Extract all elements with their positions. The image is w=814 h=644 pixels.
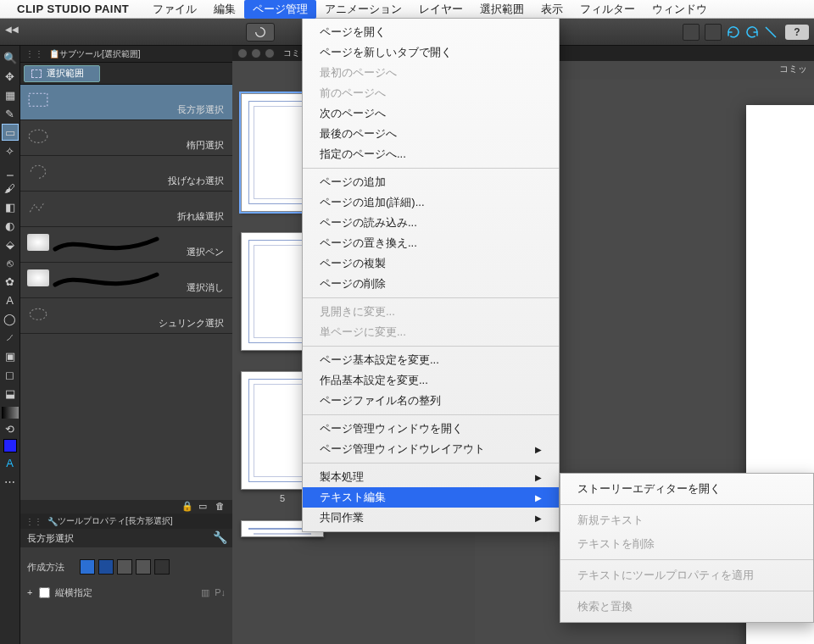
window-min-icon[interactable] [251, 48, 261, 58]
ratio-icon-2[interactable]: P↓ [215, 587, 226, 597]
color1-icon[interactable] [3, 439, 17, 452]
menu-filter[interactable]: フィルター [571, 0, 644, 19]
ruler-tool-icon[interactable]: ⟋ [2, 329, 19, 346]
method-swatch-5[interactable] [154, 559, 170, 575]
tool-column: 🔍 ✥ ▦ ✎ ▭ ✧ ⎯ 🖌 ◧ ◐ ⬙ ⎋ ✿ A ◯ ⟋ ▣ ◻ ⬓ ⟲ … [0, 46, 20, 644]
frame-tool-icon[interactable]: ▣ [2, 347, 19, 364]
subtool-tab-selection[interactable]: 選択範囲 [24, 65, 100, 82]
submenu-item[interactable]: ストーリーエディターを開く [560, 477, 813, 501]
menu-item[interactable]: 最後のページへ [303, 124, 559, 144]
subtool-ellipse-select[interactable]: 楕円選択 [20, 120, 232, 156]
method-swatch-1[interactable] [80, 559, 95, 575]
subtool-trash-icon[interactable]: 🗑 [215, 501, 227, 513]
method-swatch-4[interactable] [136, 559, 151, 575]
subtool-shrink-select[interactable]: シュリンク選択 [20, 298, 232, 334]
text-tool-icon[interactable]: A [2, 291, 19, 308]
menu-item[interactable]: ページを新しいタブで開く [303, 42, 559, 63]
eyedrop-tool-icon[interactable]: ⎯ [2, 161, 19, 178]
airbrush-tool-icon[interactable]: ⎋ [2, 254, 19, 271]
menu-item[interactable]: 指定のページへ... [303, 144, 559, 164]
menu-item[interactable]: ページの追加 [303, 172, 559, 192]
rotate-left-icon[interactable] [726, 25, 741, 40]
window-close-icon[interactable] [237, 48, 248, 58]
blend-tool-icon[interactable]: ◐ [2, 217, 19, 234]
menu-item[interactable]: ページの削除 [303, 274, 559, 294]
menu-selection[interactable]: 選択範囲 [471, 0, 532, 19]
menu-window[interactable]: ウィンドウ [644, 0, 716, 19]
menu-item[interactable]: 次のページへ [303, 103, 559, 124]
menu-item[interactable]: 作品基本設定を変更... [303, 370, 559, 391]
toolprop-method-row: 作成方法 [27, 554, 226, 580]
app-brand: CLIP STUDIO PAINT [17, 3, 129, 15]
menu-item: 単ページに変更... [303, 322, 559, 342]
page-management-menu: ページを開くページを新しいタブで開く最初のページへ前のページへ次のページへ最後の… [302, 19, 560, 532]
menu-item[interactable]: テキスト編集▶ [303, 487, 559, 508]
subtool-select-pen[interactable]: 選択ペン [20, 227, 232, 263]
text2-tool-icon[interactable]: A [2, 454, 19, 471]
window-max-icon[interactable] [265, 48, 275, 58]
gradient-tool-icon[interactable] [2, 407, 19, 419]
figure-tool-icon[interactable]: ◻ [2, 366, 19, 383]
menu-item[interactable]: ページ管理ウィンドウレイアウト▶ [303, 439, 559, 459]
toolprop-panel: ⋮⋮🔧 ツールプロパティ[長方形選択] 長方形選択🔧 作成方法 + 縦横指定 ▥… [20, 514, 232, 612]
subtool-rect-select[interactable]: 長方形選択 [20, 85, 232, 120]
submenu-item: 新規テキスト [560, 508, 813, 532]
ratio-icon-1[interactable]: ▥ [201, 587, 209, 598]
subtool-new-icon[interactable]: ▭ [198, 501, 210, 513]
collapse-icon[interactable]: ◀◀ [5, 25, 20, 40]
menu-item[interactable]: ページの複製 [303, 253, 559, 274]
menu-item[interactable]: 製本処理▶ [303, 467, 559, 487]
menu-page-management[interactable]: ページ管理 [244, 0, 316, 19]
menu-item[interactable]: ページの追加(詳細)... [303, 192, 559, 213]
submenu-item: 検索と置換 [560, 595, 813, 619]
subtool-polyline-select[interactable]: 折れ線選択 [20, 192, 232, 227]
menu-item[interactable]: 共同作業▶ [303, 508, 559, 528]
snap-grid-icon[interactable] [683, 24, 700, 41]
rotate-reset-icon[interactable] [763, 25, 778, 40]
misc-tool-icon[interactable]: ⋯ [2, 473, 19, 490]
correct-tool-icon[interactable]: ⟲ [2, 420, 19, 437]
subtool-tabrow: 選択範囲 [20, 63, 232, 85]
menu-item[interactable]: ページの読み込み... [303, 213, 559, 233]
move-tool-icon[interactable]: ✥ [2, 68, 19, 85]
menu-animation[interactable]: アニメーション [316, 0, 410, 19]
wand-tool-icon[interactable]: ✧ [2, 142, 19, 159]
subtool-lasso-select[interactable]: 投げなわ選択 [20, 156, 232, 192]
rotate-right-icon[interactable] [744, 25, 760, 40]
subtool-panel: ⋮⋮📋 サブツール[選択範囲] 選択範囲 長方形選択 楕円選択 投げなわ選択 折… [20, 46, 232, 334]
brush-tool-icon[interactable]: 🖌 [2, 180, 19, 197]
decoration-tool-icon[interactable]: ✿ [2, 273, 19, 290]
toolprop-ratio-row: + 縦横指定 ▥ P↓ [27, 580, 226, 605]
method-swatch-3[interactable] [117, 559, 132, 575]
menu-file[interactable]: ファイル [144, 0, 205, 19]
pen-tool-icon[interactable]: ✎ [2, 105, 19, 122]
selection-tool-icon[interactable]: ▭ [2, 124, 19, 141]
operation-tool-icon[interactable]: ▦ [2, 86, 19, 103]
magnify-tool-icon[interactable]: 🔍 [2, 49, 19, 66]
svg-point-1 [29, 130, 47, 142]
method-swatch-2[interactable] [98, 559, 114, 575]
svg-point-2 [30, 308, 46, 319]
toolprop-header: ⋮⋮🔧 ツールプロパティ[長方形選択] [20, 514, 232, 529]
menu-view[interactable]: 表示 [532, 0, 571, 19]
help-button[interactable]: ? [785, 25, 809, 40]
menu-item[interactable]: ページ基本設定を変更... [303, 350, 559, 370]
menu-layer[interactable]: レイヤー [410, 0, 471, 19]
wrench-icon[interactable]: 🔧 [213, 530, 227, 544]
menu-item[interactable]: ページファイル名の整列 [303, 391, 559, 411]
subtool-select-eraser[interactable]: 選択消し [20, 263, 232, 298]
balloon-tool-icon[interactable]: ◯ [2, 310, 19, 327]
eraser-tool-icon[interactable]: ◧ [2, 198, 19, 215]
submenu-item: テキストにツールプロパティを適用 [560, 564, 813, 587]
bucket-tool-icon[interactable]: ⬓ [2, 385, 19, 402]
subtool-lock-icon[interactable]: 🔒 [181, 501, 193, 513]
menu-edit[interactable]: 編集 [205, 0, 244, 19]
menu-item[interactable]: ページを開く [303, 22, 559, 42]
toolprop-tab[interactable]: 長方形選択🔧 [20, 529, 232, 547]
snap-mask-icon[interactable] [705, 24, 722, 41]
fill-tool-icon[interactable]: ⬙ [2, 236, 19, 253]
ratio-checkbox[interactable] [39, 587, 50, 598]
clip-logo-icon[interactable] [246, 23, 275, 42]
menu-item[interactable]: ページ管理ウィンドウを開く [303, 419, 559, 439]
menu-item[interactable]: ページの置き換え... [303, 233, 559, 253]
